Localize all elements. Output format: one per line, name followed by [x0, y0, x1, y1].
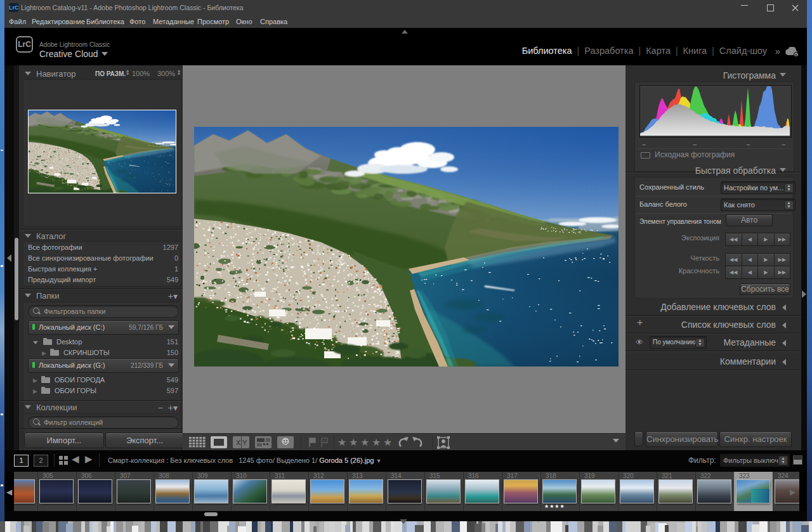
svg-text:★: ★ [372, 437, 381, 448]
svg-text:X: X [236, 439, 241, 446]
svg-text:★: ★ [349, 437, 358, 448]
svg-text:Y: Y [242, 439, 247, 446]
svg-text:x: x [795, 53, 797, 57]
svg-text:x: x [323, 438, 325, 443]
svg-text:★: ★ [337, 437, 346, 448]
svg-text:★: ★ [360, 437, 369, 448]
svg-text:★: ★ [383, 437, 392, 448]
